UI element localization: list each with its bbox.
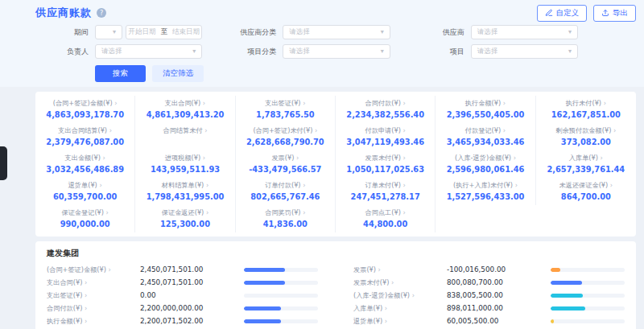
- metric-value: 802,665,767.46: [239, 192, 332, 202]
- row-label[interactable]: (合同+签证)金额(¥): [47, 265, 140, 274]
- metrics-grid: (合同+签证)金额(¥) 4,863,093,178.70 支出合同(¥) 4,…: [35, 96, 636, 232]
- metric-value: 1,050,117,025.63: [339, 165, 431, 175]
- metric-card[interactable]: 进项税额(¥) 143,959,511.93: [135, 150, 235, 178]
- metric-card[interactable]: 退货单(¥) 60,359,700.00: [35, 178, 135, 205]
- row-bar: [551, 268, 560, 272]
- metric-card[interactable]: 合同点工(¥) 44,800.00: [336, 205, 436, 232]
- project-select[interactable]: 请选择 ▾: [471, 44, 578, 59]
- metric-card[interactable]: 剩余预付款金额(¥) 373,082.00: [536, 123, 636, 150]
- owner-select[interactable]: 请选择 ▾: [95, 44, 202, 59]
- metric-card[interactable]: (合同+签证)未付(¥) 2,628,668,790.70: [236, 123, 336, 150]
- metric-card[interactable]: 合同付款(¥) 2,234,382,556.40: [336, 96, 436, 123]
- group-metric-row: 支出签证(¥) 0.00: [47, 289, 318, 302]
- period-type-select[interactable]: ▾: [95, 25, 122, 39]
- metric-card[interactable]: 支出签证(¥) 1,783,765.50: [236, 96, 336, 123]
- top-panel: 供应商账款 ? 自定义 导出 期间 ▾: [0, 0, 644, 87]
- metric-card[interactable]: 支出金额(¥) 3,032,456,486.89: [35, 150, 135, 178]
- row-label[interactable]: 入库单(¥): [353, 304, 447, 313]
- metric-label: (合同+签证)未付(¥): [239, 126, 332, 135]
- metric-card[interactable]: 未返还保证金(¥) 864,700.00: [536, 178, 636, 205]
- customize-button[interactable]: 自定义: [537, 5, 588, 22]
- row-label[interactable]: 执行金额(¥): [47, 317, 140, 326]
- metric-value: 247,451,278.17: [339, 192, 431, 202]
- row-bar: [244, 306, 281, 310]
- row-bar-track: [551, 319, 625, 323]
- row-label[interactable]: 支出合同(¥): [47, 278, 140, 287]
- metric-label: 入库单(¥): [539, 154, 633, 162]
- metric-card[interactable]: 付款申请(¥) 3,047,119,493.46: [336, 123, 436, 150]
- metric-label: 支出签证(¥): [239, 99, 332, 108]
- metric-card[interactable]: 订单付款(¥) 802,665,767.46: [236, 178, 336, 205]
- row-value: 2,450,071,501.00: [140, 278, 244, 286]
- metric-label: 保证金登记(¥): [39, 208, 131, 217]
- clear-filters-button[interactable]: 清空筛选: [152, 65, 204, 82]
- group-metric-row: 退货单(¥) 60,005,500.00: [353, 315, 625, 327]
- metric-card[interactable]: 发票(¥) -433,479,566.57: [236, 150, 336, 178]
- group-metric-row: 支出合同(¥) 2,450,071,501.00: [47, 276, 318, 289]
- metric-card[interactable]: (合同+签证)金额(¥) 4,863,093,178.70: [35, 96, 135, 123]
- metric-card[interactable]: 发票未付(¥) 1,050,117,025.63: [336, 150, 436, 178]
- row-label[interactable]: 支出签证(¥): [47, 291, 140, 300]
- row-value: 898,011,000.00: [447, 304, 551, 312]
- filter-project: 项目 请选择 ▾: [411, 44, 599, 59]
- metric-card[interactable]: 执行金额(¥) 2,396,550,405.00: [436, 96, 535, 123]
- row-value: 2,200,071,502.00: [140, 317, 244, 325]
- group-metric-row: (合同+签证)金额(¥) 2,450,071,501.00: [47, 263, 318, 276]
- row-label[interactable]: 发票(¥): [353, 265, 447, 274]
- row-bar: [244, 319, 281, 323]
- search-button[interactable]: 搜索: [95, 65, 146, 82]
- metric-label: 订单付款(¥): [239, 181, 332, 190]
- supplier-category-placeholder: 请选择: [289, 27, 310, 37]
- row-bar-track: [244, 294, 318, 298]
- supplier-select[interactable]: 请选择 ▾: [471, 25, 578, 39]
- metric-card[interactable]: 执行未付(¥) 162,167,851.00: [536, 96, 636, 123]
- supplier-category-label: 供应商分类: [223, 27, 276, 38]
- metric-card[interactable]: 付款登记(¥) 3,465,934,033.46: [436, 123, 535, 150]
- metric-card[interactable]: 支出合同结算(¥) 2,379,476,087.00: [35, 123, 135, 150]
- group-right-column: 发票(¥) -100,016,500.00 发票未付(¥) 800,080,70…: [353, 263, 625, 329]
- project-category-select[interactable]: 请选择 ▾: [283, 44, 390, 59]
- period-range-input[interactable]: 开始日期 至 结束日期: [126, 25, 202, 39]
- metric-value: [138, 138, 231, 147]
- metric-card[interactable]: 订单未付(¥) 247,451,278.17: [336, 178, 436, 205]
- row-label[interactable]: 退货单(¥): [353, 317, 447, 326]
- metric-card[interactable]: 合同结算未付: [135, 123, 235, 150]
- filter-project-category: 项目分类 请选择 ▾: [223, 44, 411, 59]
- metric-card[interactable]: (执行+入库)未付(¥) 1,527,596,433.00: [436, 178, 535, 205]
- metric-label: 合同奖罚(¥): [239, 208, 332, 217]
- metric-value: 44,800.00: [339, 220, 431, 229]
- project-category-label: 项目分类: [223, 47, 276, 57]
- metric-value: 1,783,765.50: [239, 110, 332, 120]
- metric-value: 864,700.00: [539, 192, 633, 202]
- project-label: 项目: [411, 47, 464, 57]
- export-button[interactable]: 导出: [593, 5, 636, 22]
- row-value: 0.00: [140, 291, 244, 299]
- metric-label: 进项税额(¥): [138, 154, 231, 162]
- metric-card[interactable]: 支出合同(¥) 4,861,309,413.20: [135, 96, 235, 123]
- chevron-down-icon: ▾: [381, 29, 384, 35]
- metric-value: 4,861,309,413.20: [138, 110, 231, 120]
- group-name[interactable]: 建发集团: [47, 248, 625, 259]
- row-bar-track: [244, 306, 318, 310]
- metric-card[interactable]: 保证金返还(¥) 125,300.00: [135, 205, 235, 232]
- row-label[interactable]: 发票未付(¥): [353, 278, 447, 287]
- title-row: 供应商账款 ? 自定义 导出: [35, 5, 636, 21]
- metric-card[interactable]: 材料结算单(¥) 1,798,431,995.00: [135, 178, 235, 205]
- metric-card[interactable]: 保证金登记(¥) 990,000.00: [35, 205, 135, 232]
- filter-row-2: 负责人 请选择 ▾ 项目分类 请选择 ▾ 项目 请选择: [35, 44, 636, 59]
- metric-value: 4,863,093,178.70: [39, 110, 131, 120]
- metric-value: 143,959,511.93: [138, 165, 231, 175]
- row-label[interactable]: (入库-退货)金额(¥): [353, 291, 447, 300]
- drawer-handle[interactable]: [0, 146, 7, 180]
- metric-value: 3,465,934,033.46: [439, 138, 531, 147]
- metric-label: 付款登记(¥): [439, 126, 531, 135]
- project-placeholder: 请选择: [477, 47, 498, 56]
- metric-card[interactable]: (入库-退货)金额(¥) 2,596,980,061.46: [436, 150, 535, 178]
- row-label[interactable]: 合同付款(¥): [47, 304, 140, 313]
- row-value: -100,016,500.00: [447, 265, 551, 273]
- metric-card[interactable]: 入库单(¥) 2,657,339,761.44: [536, 150, 636, 178]
- help-icon[interactable]: ?: [97, 8, 106, 18]
- metric-card[interactable]: 合同奖罚(¥) 41,836.00: [236, 205, 336, 232]
- group-metric-row: 合同付款(¥) 2,200,000,000.00: [47, 302, 318, 315]
- supplier-category-select[interactable]: 请选择 ▾: [283, 25, 390, 39]
